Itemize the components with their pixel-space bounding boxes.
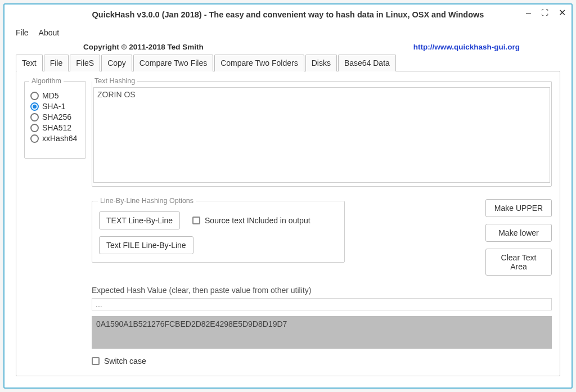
window-title: QuickHash v3.0.0 (Jan 2018) - The easy a… — [10, 10, 566, 19]
radio-label: SHA-1 — [42, 102, 65, 111]
expected-hash-label: Expected Hash Value (clear, then paste v… — [92, 286, 552, 295]
include-source-checkbox[interactable]: Source text INcluded in output — [192, 216, 310, 225]
tab-text[interactable]: Text — [16, 55, 43, 71]
checkbox-icon — [92, 357, 100, 365]
clear-text-area-button[interactable]: Clear Text Area — [485, 249, 552, 276]
radio-sha256[interactable]: SHA256 — [30, 112, 80, 121]
text-hashing-legend: Text Hashing — [92, 77, 137, 85]
text-panel: Text Hashing Line-By-Line Hashing Option… — [92, 77, 552, 368]
copyright-text: Copyright © 2011-2018 Ted Smith — [83, 43, 204, 51]
expected-hash-input[interactable]: ... — [92, 298, 552, 310]
checkbox-label: Source text INcluded in output — [205, 216, 310, 225]
tabstrip: Text File FileS Copy Compare Two Files C… — [4, 55, 572, 71]
menu-file[interactable]: File — [16, 28, 29, 37]
switch-case-checkbox[interactable]: Switch case — [92, 357, 552, 366]
radio-icon — [30, 113, 39, 121]
close-icon[interactable]: ✕ — [559, 8, 566, 17]
radio-label: SHA512 — [42, 123, 71, 132]
radio-md5[interactable]: MD5 — [30, 91, 80, 100]
header-line: Copyright © 2011-2018 Ted Smith http://w… — [4, 42, 572, 55]
checkbox-label: Switch case — [104, 357, 146, 366]
action-buttons: Make UPPER Make lower Clear Text Area — [485, 197, 552, 276]
middle-row: Line-By-Line Hashing Options TEXT Line-B… — [92, 197, 552, 276]
radio-xxhash64[interactable]: xxHash64 — [30, 134, 80, 143]
line-by-line-group: Line-By-Line Hashing Options TEXT Line-B… — [92, 197, 345, 263]
radio-icon — [30, 124, 39, 132]
titlebar: QuickHash v3.0.0 (Jan 2018) - The easy a… — [4, 4, 572, 25]
menu-about[interactable]: About — [39, 28, 60, 37]
radio-icon — [30, 102, 39, 111]
minimize-icon[interactable]: – — [526, 8, 531, 17]
radio-sha1[interactable]: SHA-1 — [30, 102, 80, 111]
make-upper-button[interactable]: Make UPPER — [485, 199, 552, 217]
hash-result-output: 0A1590A1B521276FCBED2D82E4298E5D9D8D19D7 — [92, 316, 552, 349]
app-window: QuickHash v3.0.0 (Jan 2018) - The easy a… — [3, 3, 573, 389]
algorithm-group: Algorithm MD5 SHA-1 SHA256 SHA512 — [24, 77, 86, 159]
checkbox-icon — [192, 217, 200, 224]
radio-label: SHA256 — [42, 112, 71, 121]
radio-label: MD5 — [42, 91, 59, 100]
radio-label: xxHash64 — [42, 134, 77, 143]
tab-compare-two-folders[interactable]: Compare Two Folders — [214, 55, 304, 71]
tab-compare-two-files[interactable]: Compare Two Files — [133, 55, 213, 71]
website-link[interactable]: http://www.quickhash-gui.org — [413, 43, 520, 51]
algorithm-legend: Algorithm — [29, 77, 64, 85]
text-line-by-line-button[interactable]: TEXT Line-By-Line — [99, 211, 180, 229]
text-file-line-by-line-button[interactable]: Text FILE Line-By-Line — [99, 236, 194, 254]
window-controls: – ⛶ ✕ — [526, 8, 566, 17]
text-hashing-group: Text Hashing — [92, 77, 552, 187]
tab-file[interactable]: File — [44, 55, 69, 71]
tab-files[interactable]: FileS — [70, 55, 100, 71]
make-lower-button[interactable]: Make lower — [485, 224, 552, 242]
radio-icon — [30, 134, 39, 143]
tab-base64-data[interactable]: Base64 Data — [338, 55, 396, 71]
tab-copy[interactable]: Copy — [101, 55, 132, 71]
tab-disks[interactable]: Disks — [305, 55, 337, 71]
maximize-icon[interactable]: ⛶ — [541, 9, 548, 18]
line-by-line-legend: Line-By-Line Hashing Options — [98, 197, 196, 205]
tab-content: Algorithm MD5 SHA-1 SHA256 SHA512 — [16, 71, 560, 376]
menubar: File About — [4, 25, 572, 42]
radio-icon — [30, 92, 39, 100]
radio-sha512[interactable]: SHA512 — [30, 123, 80, 132]
text-input[interactable] — [93, 87, 550, 183]
